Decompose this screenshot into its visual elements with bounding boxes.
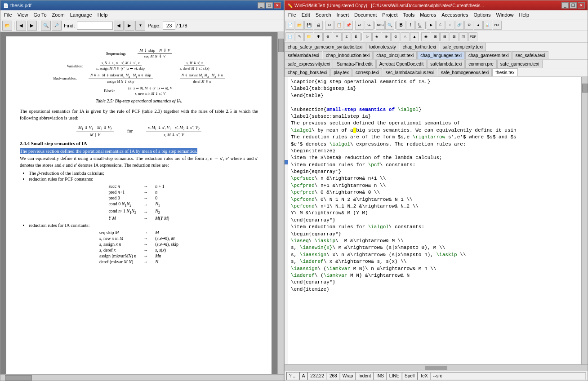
tab-chap-hog[interactable]: chap_hog_hors.texi — [285, 68, 330, 76]
menu-help[interactable]: Help — [95, 11, 111, 18]
tab-play[interactable]: play.tex — [330, 68, 352, 76]
tab-sec-safeia[interactable]: sec_safeia.texi — [512, 51, 548, 59]
tb-extra3[interactable]: T — [445, 21, 454, 30]
menu-language[interactable]: Language — [67, 11, 95, 18]
scroll-thumb[interactable] — [278, 39, 284, 52]
tab-safelambda2[interactable]: safelambda.texi — [427, 60, 465, 68]
next-page-button[interactable]: ▶ — [27, 21, 37, 31]
vertical-scrollbar[interactable] — [277, 32, 284, 374]
tb-extra6[interactable]: ▲ — [474, 21, 483, 30]
tb-find[interactable]: 🔍 — [385, 21, 394, 30]
tb-redo[interactable]: ↪ — [365, 21, 374, 30]
right-menu-project[interactable]: Project — [379, 11, 400, 18]
tab-chap-gamesem[interactable]: chap_gamesem.texi — [465, 51, 512, 59]
tab-sumatra[interactable]: Sumatra-Find.edit — [334, 60, 375, 68]
menu-goto[interactable]: Go To — [31, 11, 49, 18]
right-menu-accessories[interactable]: Accessories — [439, 11, 471, 18]
right-minimize-button[interactable]: _ — [561, 2, 569, 9]
tab-safe-homogeneous[interactable]: safe_homogeneous.texi — [438, 68, 492, 76]
tb2-19[interactable]: ◫ — [459, 32, 468, 41]
tb2-13[interactable]: △ — [401, 32, 410, 41]
tab-safe-gamesem[interactable]: safe_gamesem.texi — [497, 60, 543, 68]
tb2-9[interactable]: ▷ — [363, 32, 372, 41]
tab-chap-pincrjust[interactable]: chap_pincrjust.texi — [373, 51, 417, 59]
right-restore-button[interactable]: ❐ — [570, 2, 577, 9]
tab-safe-complexity[interactable]: safe_complexity.texi — [440, 43, 486, 51]
tb2-3[interactable]: 📁 — [304, 32, 313, 41]
right-menu-insert[interactable]: Insert — [334, 11, 352, 18]
right-menu-macros[interactable]: Macros — [417, 11, 439, 18]
tab-safe-expressivity[interactable]: safe_expressivity.texi — [285, 60, 333, 68]
tb-new[interactable]: 📄 — [285, 21, 294, 30]
tb-extra2[interactable]: Ë — [436, 21, 445, 30]
maximize-button[interactable]: □ — [266, 2, 273, 9]
right-menu-tools[interactable]: Tools — [400, 11, 417, 18]
tab-thesis[interactable]: thesis.tex — [492, 68, 517, 76]
menu-zoom[interactable]: Zoom — [49, 11, 67, 18]
tb-spell[interactable]: ABC — [376, 21, 385, 30]
right-menu-edit[interactable]: Edit — [299, 11, 313, 18]
tb-save[interactable]: 💾 — [304, 21, 313, 30]
find-options-button[interactable]: ▼ — [135, 21, 145, 31]
tb2-20[interactable]: PDF — [468, 32, 477, 41]
minimize-button[interactable]: _ — [258, 2, 265, 9]
tab-todonotes[interactable]: todonotes.sty — [366, 43, 399, 51]
tb-undo[interactable]: ↩ — [355, 21, 364, 30]
tb2-14[interactable]: ▲ — [410, 32, 419, 41]
tb-extra1[interactable]: ▶ — [427, 21, 436, 30]
tb-open[interactable]: 📂 — [295, 21, 304, 30]
menu-file[interactable]: File — [1, 11, 15, 18]
editor-text[interactable]: \caption{Big-step operational semantics … — [288, 77, 581, 364]
find-next-button[interactable]: ▶ — [125, 21, 134, 31]
tb2-8[interactable]: Ê — [352, 32, 361, 41]
tb-extra7[interactable]: 📊 — [483, 21, 492, 30]
bottom-scrollbar[interactable] — [0, 374, 284, 381]
tb-extra5[interactable]: ⚙ — [464, 21, 473, 30]
tab-acrobat[interactable]: Acrobat OpenDoc.edit — [376, 60, 427, 68]
tab-common[interactable]: common.pre — [465, 60, 497, 68]
tb-extra4[interactable]: 🔗 — [455, 21, 464, 30]
right-menu-file[interactable]: File — [285, 11, 299, 18]
right-menu-search[interactable]: Search — [313, 11, 334, 18]
tb-italic[interactable]: I — [406, 21, 415, 30]
tb2-18[interactable]: ⊠ — [450, 32, 459, 41]
tb2-2[interactable]: ✎ — [295, 32, 304, 41]
tb2-11[interactable]: ⊗ — [382, 32, 391, 41]
tab-corresp[interactable]: corresp.texi — [352, 68, 382, 76]
tb-print[interactable]: 🖨 — [314, 21, 323, 30]
zoom-out-button[interactable]: 🔍 — [41, 21, 51, 31]
tb2-12[interactable]: ⊙ — [391, 32, 400, 41]
tb-extra8[interactable]: PDF — [493, 21, 502, 30]
tb2-6[interactable]: ≡ — [333, 32, 342, 41]
tb2-16[interactable]: ⊞ — [431, 32, 440, 41]
zoom-in-button[interactable]: 🔎 — [52, 21, 62, 31]
find-input[interactable] — [77, 22, 113, 30]
tb-copy[interactable]: 📋 — [334, 21, 343, 30]
tb-cut[interactable]: ✂ — [325, 21, 334, 30]
tb2-15[interactable]: ◉ — [421, 32, 430, 41]
tab-chap-safety[interactable]: chap_safety_gamesem_syntactic.texi — [285, 43, 365, 51]
editor-bottom-scrollbar[interactable] — [285, 364, 588, 371]
tb2-10[interactable]: ◈ — [372, 32, 381, 41]
tb2-5[interactable]: ⊕ — [323, 32, 332, 41]
right-menu-options[interactable]: Options — [471, 11, 494, 18]
tab-sec-lambdacalculus[interactable]: sec_lambdacalculus.texi — [383, 68, 437, 76]
tb2-1[interactable]: 📄 — [285, 32, 294, 41]
tab-chap-languages[interactable]: chap_languages.texi — [417, 51, 465, 59]
open-button[interactable]: 📂 — [2, 21, 12, 31]
right-menu-help[interactable]: Help — [517, 11, 532, 18]
tb2-4[interactable]: ✱ — [314, 32, 323, 41]
prev-page-button[interactable]: ◀ — [16, 21, 26, 31]
tb2-17[interactable]: ⊟ — [440, 32, 449, 41]
editor-scroll-thumb[interactable] — [582, 84, 588, 93]
tb-underline[interactable]: U — [415, 21, 424, 30]
h-scroll-thumb[interactable] — [5, 375, 32, 381]
tb-paste[interactable]: 📌 — [344, 21, 353, 30]
right-close-button[interactable]: ✕ — [578, 2, 585, 9]
h-scroll-thumb-right[interactable] — [425, 366, 447, 370]
tab-chap-intro[interactable]: chap_introduction.texi — [323, 51, 373, 59]
page-input[interactable] — [163, 22, 175, 30]
tb2-7[interactable]: Σ — [342, 32, 351, 41]
menu-view[interactable]: View — [15, 11, 31, 18]
tab-safelambda[interactable]: safelambda.texi — [285, 51, 322, 59]
